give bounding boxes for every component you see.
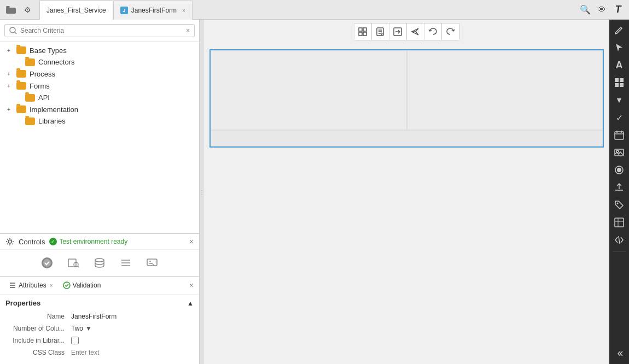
properties-title: Properties (5, 299, 40, 307)
prop-label-library: Include in Librar... (5, 337, 71, 344)
svg-rect-0 (6, 8, 16, 14)
ctrl-search-icon[interactable] (66, 255, 81, 271)
attributes-panel: Attributes × Validation × Properties ▲ N… (0, 276, 199, 364)
search-input[interactable] (20, 27, 183, 34)
search-clear-icon[interactable]: × (186, 27, 190, 34)
prop-label-columns: Number of Colu... (5, 325, 71, 332)
tab-attributes[interactable]: Attributes × (5, 280, 56, 291)
forms-label: Forms (30, 82, 50, 90)
folder-forms-icon (16, 82, 26, 90)
form-canvas-top-row (211, 50, 603, 130)
tree-item-connectors[interactable]: Connectors (0, 56, 199, 68)
svg-point-41 (617, 203, 619, 204)
eye-icon[interactable]: 👁 (595, 3, 608, 16)
attributes-header: Attributes × Validation × (0, 277, 199, 295)
tab-validation-label: Validation (73, 281, 101, 289)
expand-implementation-icon[interactable]: + (4, 105, 13, 114)
rt-radio-icon[interactable] (611, 162, 627, 178)
ctrl-database-icon[interactable] (92, 255, 107, 271)
rt-check-icon[interactable]: ✓ (611, 109, 627, 126)
tree-item-implementation[interactable]: + Implementation (0, 103, 199, 115)
attributes-close-icon[interactable]: × (189, 281, 194, 290)
folder-icon[interactable] (4, 3, 18, 16)
rt-calendar-icon[interactable] (611, 127, 627, 143)
tab-form-icon: J (120, 7, 128, 14)
italic-icon[interactable]: T (611, 3, 625, 16)
form-canvas-cell-left (211, 50, 407, 130)
tree-item-forms[interactable]: + Forms (0, 80, 199, 92)
ctrl-list-icon[interactable] (118, 255, 133, 271)
prop-dropdown-columns[interactable]: Two ▼ (71, 325, 92, 332)
tab2-label: JanesFirstForm (131, 7, 177, 14)
api-label: API (38, 93, 50, 102)
rt-image-icon[interactable] (611, 144, 627, 161)
dropdown-arrow-icon[interactable]: ▼ (85, 325, 92, 332)
controls-close-icon[interactable]: × (189, 237, 194, 246)
resize-handle[interactable]: ⋮ (200, 20, 204, 364)
rt-dropdown-icon[interactable]: ▼ (611, 92, 627, 108)
rt-text-icon[interactable]: A (611, 57, 627, 73)
canvas-share-btn[interactable] (389, 24, 407, 40)
search-top-icon[interactable]: 🔍 (579, 3, 592, 16)
prop-input-css[interactable] (71, 349, 153, 356)
top-right-icons: 🔍 👁 T (579, 3, 625, 16)
search-icon (9, 27, 17, 34)
ctrl-check-icon[interactable] (39, 255, 55, 271)
rt-cursor-icon[interactable] (611, 39, 627, 56)
svg-rect-21 (359, 32, 362, 36)
tab-janes-first-form[interactable]: J JanesFirstForm × (113, 1, 193, 20)
tree-item-base-types[interactable]: + Base Types (0, 44, 199, 56)
rt-code-icon[interactable] (611, 232, 627, 248)
expand-base-types-icon[interactable]: + (4, 46, 13, 55)
folder-libraries-icon (25, 118, 35, 125)
folder-implementation-icon (16, 105, 26, 113)
svg-rect-42 (615, 218, 624, 227)
top-bar: ⚙ Janes_First_Service J JanesFirstForm ×… (0, 0, 629, 20)
tree-item-api[interactable]: API (0, 92, 199, 103)
svg-point-6 (43, 259, 51, 267)
settings-icon[interactable]: ⚙ (21, 3, 34, 16)
rt-table-icon[interactable] (611, 214, 627, 231)
rt-edit-icon[interactable] (611, 22, 627, 38)
main-layout: × + Base Types Connectors + Process + (0, 20, 629, 364)
tab-area: Janes_First_Service J JanesFirstForm × (39, 0, 193, 19)
rt-divider (613, 251, 626, 251)
tab-attributes-close[interactable]: × (50, 283, 53, 289)
expand-forms-icon[interactable]: + (4, 81, 13, 90)
canvas-area (204, 44, 609, 364)
svg-rect-22 (363, 32, 366, 36)
prop-row-css: CSS Class (5, 347, 194, 359)
folder-process-icon (16, 70, 26, 78)
properties-header: Properties ▲ (5, 295, 194, 310)
rt-upload-icon[interactable] (611, 179, 627, 196)
tab-label: Janes_First_Service (46, 7, 106, 14)
prop-row-name: Name JanesFirstForm (5, 310, 194, 322)
tab2-close-icon[interactable]: × (182, 8, 185, 14)
form-canvas[interactable] (209, 49, 604, 148)
rt-tag-icon[interactable] (611, 197, 627, 213)
svg-rect-32 (620, 83, 624, 87)
canvas-redo-btn[interactable] (442, 24, 459, 40)
collapse-icon[interactable]: ▲ (187, 300, 194, 307)
prop-row-library: Include in Librar... (5, 334, 194, 347)
expand-process-icon[interactable]: + (4, 69, 13, 78)
tab-janes-first-service[interactable]: Janes_First_Service (39, 1, 113, 20)
canvas-grid-btn[interactable] (354, 24, 372, 40)
tree-item-process[interactable]: + Process (0, 68, 199, 80)
svg-rect-14 (147, 259, 157, 266)
tree-item-libraries[interactable]: Libraries (0, 115, 199, 127)
ctrl-message-icon[interactable] (144, 255, 160, 271)
rt-grid-icon[interactable] (611, 74, 627, 91)
tab-attributes-label: Attributes (19, 281, 46, 289)
connectors-label: Connectors (38, 58, 74, 66)
canvas-download-btn[interactable] (372, 24, 389, 40)
prop-checkbox-library[interactable] (71, 337, 79, 344)
canvas-undo-btn[interactable] (424, 24, 442, 40)
left-panel: × + Base Types Connectors + Process + (0, 20, 200, 364)
right-toolbar: A ▼ ✓ (609, 20, 629, 364)
center-canvas-area (204, 20, 609, 364)
tab-validation[interactable]: Validation (60, 280, 104, 291)
rt-collapse-icon[interactable] (611, 345, 627, 362)
controls-title: Controls (19, 238, 45, 246)
canvas-send-btn[interactable] (407, 24, 424, 40)
